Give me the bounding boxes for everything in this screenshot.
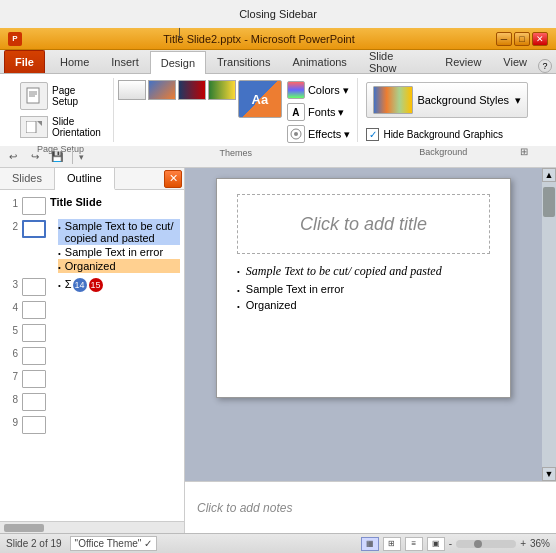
theme-sample-2[interactable]: [148, 80, 176, 100]
slide-orientation-icon: [20, 116, 48, 138]
sidebar-slide-8[interactable]: 8: [0, 390, 184, 413]
background-styles-dropdown-icon: ▾: [515, 94, 521, 107]
background-styles-label: Background Styles: [417, 94, 509, 106]
fonts-button[interactable]: A Fonts ▾: [284, 102, 353, 122]
tab-insert[interactable]: Insert: [100, 50, 150, 73]
minimize-button[interactable]: ─: [496, 32, 512, 46]
slide-and-scrollbar: Click to add title • Sample Text to be c…: [185, 168, 556, 481]
themes-icon: Aa: [238, 80, 282, 118]
themes-button[interactable]: Aa: [238, 80, 282, 144]
app-icon: P: [8, 32, 22, 46]
slide-orientation-label: SlideOrientation: [52, 116, 101, 138]
presenter-view-button[interactable]: ▣: [427, 537, 445, 551]
slide-2-bullet-1: • Sample Text to be cut/ copied and past…: [58, 219, 180, 245]
zoom-handle: [474, 540, 482, 548]
sidebar-content: 1 Title Slide 2 •: [0, 190, 184, 521]
tab-transitions[interactable]: Transitions: [206, 50, 281, 73]
save-button[interactable]: 💾: [48, 148, 66, 166]
sidebar-slide-9[interactable]: 9: [0, 413, 184, 436]
undo-button[interactable]: ↩: [4, 148, 22, 166]
notes-area[interactable]: Click to add notes: [185, 481, 556, 533]
annotation-label: Closing Sidebar: [239, 8, 317, 20]
close-button[interactable]: ✕: [532, 32, 548, 46]
tab-file[interactable]: File: [4, 50, 45, 73]
sidebar-hscrollbar[interactable]: [0, 521, 184, 533]
background-styles-icon: [373, 86, 413, 114]
slide-3-bullet-1: • Σ1415: [58, 277, 180, 293]
zoom-level: 36%: [530, 538, 550, 549]
slide-bullet-2: • Sample Text in error: [237, 283, 490, 295]
svg-marker-5: [37, 121, 42, 126]
tab-slideshow[interactable]: Slide Show: [358, 50, 434, 73]
page-setup-button[interactable]: PageSetup: [16, 80, 82, 112]
title-bar: P Title Slide2.pptx - Microsoft PowerPoi…: [0, 28, 556, 50]
background-group-footer: Background ⊞: [366, 145, 528, 157]
themes-group-label: Themes: [118, 146, 353, 158]
background-styles-button[interactable]: Background Styles ▾: [366, 82, 528, 118]
redo-button[interactable]: ↪: [26, 148, 44, 166]
page-setup-label: PageSetup: [52, 85, 78, 107]
fonts-icon: A: [287, 103, 305, 121]
colors-icon: [287, 81, 305, 99]
sidebar-slide-1[interactable]: 1 Title Slide: [0, 194, 184, 217]
zoom-minus-icon[interactable]: -: [449, 538, 452, 549]
window-title: Title Slide2.pptx - Microsoft PowerPoint: [22, 33, 496, 45]
slide-title-placeholder[interactable]: Click to add title: [237, 194, 490, 254]
slide-canvas-area[interactable]: Click to add title • Sample Text to be c…: [185, 168, 542, 481]
zoom-slider[interactable]: [456, 540, 516, 548]
scroll-up-button[interactable]: ▲: [542, 168, 556, 182]
scroll-down-button[interactable]: ▼: [542, 467, 556, 481]
hide-background-graphics-row[interactable]: ✓ Hide Background Graphics: [366, 126, 503, 143]
sidebar-close-button[interactable]: ✕: [164, 170, 182, 188]
tab-home[interactable]: Home: [49, 50, 100, 73]
bullet-dot-2: •: [58, 249, 61, 258]
slide-3-outline: • Σ1415: [50, 277, 180, 293]
help-icon[interactable]: ?: [538, 59, 552, 73]
sidebar-tab-outline[interactable]: Outline: [55, 168, 115, 190]
sidebar-tab-bar: Slides Outline ✕: [0, 168, 184, 190]
slide-bullet-1: • Sample Text to be cut/ copied and past…: [237, 264, 490, 279]
sidebar-slide-5[interactable]: 5: [0, 321, 184, 344]
theme-sample-1[interactable]: [118, 80, 146, 100]
normal-view-button[interactable]: ▦: [361, 537, 379, 551]
slide-number-1: 1: [4, 198, 22, 209]
theme-samples: [118, 80, 236, 142]
bullet-dot-1: •: [58, 223, 61, 232]
sidebar-slide-7[interactable]: 7: [0, 367, 184, 390]
scroll-track[interactable]: [542, 182, 556, 467]
bullet-text-1: Sample Text to be cut/ copied and pasted: [65, 220, 180, 244]
sidebar-slide-2[interactable]: 2 • Sample Text to be cut/ copied and pa…: [0, 217, 184, 275]
slide-thumb-1: [22, 197, 46, 215]
maximize-button[interactable]: □: [514, 32, 530, 46]
colors-button[interactable]: Colors ▾: [284, 80, 353, 100]
slide-orientation-button[interactable]: SlideOrientation: [16, 114, 105, 140]
sidebar-slide-6[interactable]: 6: [0, 344, 184, 367]
slide-sorter-button[interactable]: ⊞: [383, 537, 401, 551]
slide-3-symbols: Σ1415: [65, 278, 104, 292]
tab-review[interactable]: Review: [434, 50, 492, 73]
effects-button[interactable]: Effects ▾: [284, 124, 353, 144]
theme-sample-4[interactable]: [208, 80, 236, 100]
hide-graphics-checkbox[interactable]: ✓: [366, 128, 379, 141]
sidebar-slide-4[interactable]: 4: [0, 298, 184, 321]
reading-view-button[interactable]: ≡: [405, 537, 423, 551]
slide-vscrollbar[interactable]: ▲ ▼: [542, 168, 556, 481]
theme-sample-3[interactable]: [178, 80, 206, 100]
scroll-thumb[interactable]: [543, 187, 555, 217]
status-bar: Slide 2 of 19 "Office Theme" ✓ ▦ ⊞ ≡ ▣ -…: [0, 533, 556, 553]
slide-bullet-3: • Organized: [237, 299, 490, 311]
tab-animations[interactable]: Animations: [281, 50, 357, 73]
zoom-plus-icon[interactable]: +: [520, 538, 526, 549]
slide-2-outline: • Sample Text to be cut/ copied and past…: [50, 219, 180, 273]
tab-design[interactable]: Design: [150, 51, 206, 74]
tab-view[interactable]: View: [492, 50, 538, 73]
slide-editing-area: Click to add title • Sample Text to be c…: [185, 168, 556, 533]
sidebar-slide-3[interactable]: 3 • Σ1415: [0, 275, 184, 298]
theme-check-icon: ✓: [144, 538, 152, 549]
effects-icon: [287, 125, 305, 143]
slide-1-title: Title Slide: [50, 196, 102, 208]
theme-indicator[interactable]: "Office Theme" ✓: [70, 536, 158, 551]
ribbon-group-background: Background Styles ▾ ✓ Hide Background Gr…: [358, 78, 536, 142]
background-expand-icon[interactable]: ⊞: [520, 146, 528, 157]
sidebar-tab-slides[interactable]: Slides: [0, 168, 55, 189]
